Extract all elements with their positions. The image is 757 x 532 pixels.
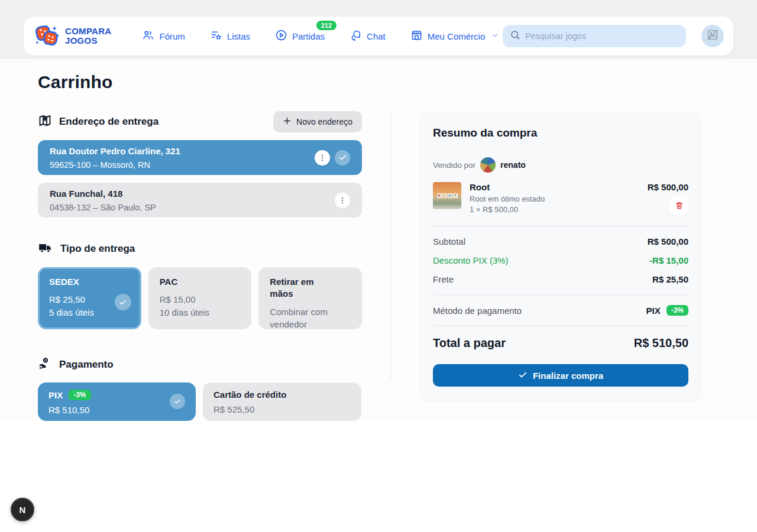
chevron-down-icon: [491, 31, 499, 41]
list-star-icon: [210, 29, 222, 43]
page-title: Carrinho: [38, 59, 719, 92]
payment-method-value: PIX: [646, 306, 660, 316]
selected-check-icon: [335, 150, 350, 166]
order-summary-card: Resumo da compra Vendido por renato R O …: [419, 111, 703, 401]
summary-row-shipping: Frete R$ 25,50: [433, 274, 688, 284]
option-eta: 10 dias úteis: [160, 306, 241, 319]
total-label: Total a pagar: [433, 336, 506, 350]
payment-name: PIX: [48, 390, 63, 400]
summary-row-payment-method: Método de pagamento PIX -3%: [433, 305, 688, 316]
address-card-selected[interactable]: Rua Doutor Pedro Ciarline, 321 59625-100…: [38, 140, 362, 175]
payment-option-pix[interactable]: PIX -3% R$ 510,50: [38, 382, 196, 421]
divider: [433, 294, 688, 295]
partidas-count-badge: 212: [316, 21, 337, 30]
option-name: SEDEX: [49, 276, 130, 288]
seller-row: Vendido por renato: [433, 157, 688, 173]
payment-method-label: Método de pagamento: [433, 306, 522, 316]
selected-check-icon: [170, 394, 185, 409]
address-line1: Rua Funchal, 418: [50, 189, 156, 199]
cart-item-row: R O O T Root Root em ótimo estado 1 × R$…: [433, 182, 688, 216]
pix-discount-badge: -3%: [667, 305, 688, 316]
hand-coin-icon: [38, 356, 52, 373]
truck-icon: [38, 240, 53, 258]
summary-row-discount: Desconto PIX (3%) -R$ 15,00: [433, 255, 688, 265]
nav-partidas-label: Partidas: [292, 31, 325, 41]
nav-meu-comercio[interactable]: Meu Comércio: [410, 29, 500, 43]
map-icon: [38, 113, 52, 130]
address-line2: 04538-132 – São Paulo, SP: [50, 203, 156, 212]
nav-listas-label: Listas: [227, 31, 250, 41]
column-divider: [390, 112, 391, 379]
summary-row-subtotal: Subtotal R$ 500,00: [433, 236, 688, 246]
address-text: Rua Funchal, 418 04538-132 – São Paulo, …: [50, 189, 156, 212]
nav-listas[interactable]: Listas: [210, 29, 250, 43]
nav-forum-label: Fórum: [159, 31, 185, 41]
payment-section-header: Pagamento: [38, 356, 362, 373]
new-address-button[interactable]: Novo endereço: [273, 111, 362, 132]
summary-title: Resumo da compra: [433, 126, 688, 140]
item-price: R$ 500,00: [648, 182, 688, 192]
option-name: PAC: [160, 276, 241, 288]
summary-total-row: Total a pagar R$ 510,50: [433, 336, 688, 350]
payment-option-credit-card[interactable]: Cartão de crédito R$ 525,50: [203, 382, 361, 421]
nav-partidas[interactable]: Partidas 212: [275, 29, 325, 43]
trash-icon: [675, 201, 684, 212]
payment-price: R$ 510,50: [48, 405, 185, 415]
option-note: Combinar com vendedor: [270, 306, 341, 332]
main-content: Carrinho Endereço de entrega: [0, 59, 757, 421]
check-icon: [518, 370, 528, 381]
shipping-option-pac[interactable]: PAC R$ 15,00 10 dias úteis: [148, 267, 252, 329]
address-card[interactable]: Rua Funchal, 418 04538-132 – São Paulo, …: [38, 183, 362, 218]
address-section-title: Endereço de entrega: [59, 116, 158, 128]
address-menu-button[interactable]: [335, 193, 350, 208]
pix-discount-badge: -3%: [69, 390, 90, 400]
main-nav: Fórum Listas Partidas 212: [142, 29, 499, 43]
seller-name[interactable]: renato: [500, 160, 526, 170]
shipping-section-title: Tipo de entrega: [60, 243, 135, 255]
forum-icon: [142, 29, 154, 43]
shipping-option-pickup[interactable]: Retirar em mãos Combinar com vendedor: [258, 267, 362, 329]
payment-name: Cartão de crédito: [213, 390, 286, 400]
chat-bubbles-icon: [350, 29, 362, 43]
option-name: Retirar em mãos: [270, 276, 323, 300]
play-circle-icon: [275, 29, 287, 43]
divider: [433, 326, 688, 326]
brand-logo[interactable]: COMPARA JOGOS: [33, 21, 111, 51]
nav-meu-comercio-label: Meu Comércio: [428, 31, 486, 41]
seller-avatar[interactable]: [480, 157, 496, 173]
divider: [433, 226, 688, 226]
user-avatar[interactable]: [701, 25, 724, 47]
dev-tools-badge[interactable]: N: [11, 498, 34, 521]
plus-icon: [283, 116, 292, 127]
item-condition: Root em ótimo estado: [470, 194, 639, 203]
search-bar[interactable]: [503, 25, 686, 47]
item-name[interactable]: Root: [470, 182, 639, 192]
item-quantity-line: 1 × R$ 500,00: [470, 205, 639, 214]
address-text: Rua Doutor Pedro Ciarline, 321 59625-100…: [50, 146, 180, 170]
address-line2: 59625-100 – Mossoró, RN: [50, 160, 180, 170]
remove-item-button[interactable]: [669, 197, 688, 216]
address-menu-button[interactable]: [315, 150, 330, 166]
payment-section-title: Pagamento: [59, 359, 114, 371]
sold-by-label: Vendido por: [433, 161, 475, 170]
payment-price: R$ 525,50: [213, 404, 351, 414]
item-thumbnail[interactable]: R O O T: [433, 182, 461, 209]
nav-forum[interactable]: Fórum: [142, 29, 185, 43]
address-section-header: Endereço de entrega Novo endereço: [38, 111, 362, 132]
total-value: R$ 510,50: [634, 336, 688, 350]
selected-check-icon: [115, 294, 131, 310]
dice-logo-icon: [33, 21, 60, 51]
checkout-button[interactable]: Finalizar compra: [433, 364, 688, 387]
search-icon: [510, 30, 520, 43]
address-line1: Rua Doutor Pedro Ciarline, 321: [50, 146, 180, 156]
nav-chat[interactable]: Chat: [350, 29, 386, 43]
header: COMPARA JOGOS Fórum: [24, 17, 733, 56]
option-price: R$ 15,00: [160, 293, 241, 306]
search-input[interactable]: [525, 31, 679, 41]
nav-chat-label: Chat: [367, 31, 386, 41]
shipping-option-sedex[interactable]: SEDEX R$ 25,50 5 dias úteis: [38, 267, 141, 329]
header-band: COMPARA JOGOS Fórum: [0, 0, 757, 59]
storefront-icon: [410, 29, 423, 43]
shipping-section-header: Tipo de entrega: [38, 240, 362, 258]
brand-name: COMPARA JOGOS: [65, 27, 111, 46]
